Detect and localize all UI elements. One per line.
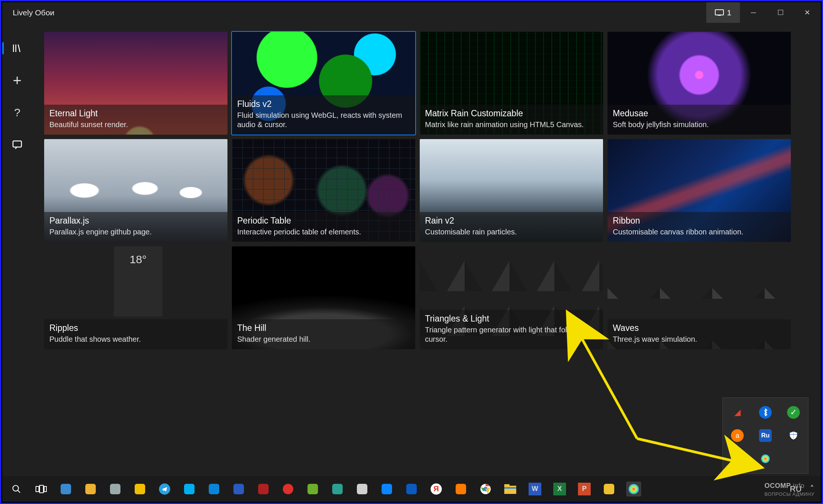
- tray-lively-icon[interactable]: [759, 452, 772, 465]
- taskbar-firefox-icon[interactable]: [453, 482, 468, 497]
- sidebar-help-icon[interactable]: ?: [10, 105, 25, 120]
- tray-aimp-icon[interactable]: ◢: [731, 406, 744, 419]
- taskbar-browser-o-icon[interactable]: [355, 482, 370, 497]
- taskbar-search-icon[interactable]: [9, 482, 24, 497]
- sidebar: + ?: [2, 23, 32, 476]
- tray-avast-icon[interactable]: a: [731, 429, 744, 442]
- display-selector[interactable]: 1: [706, 2, 740, 23]
- taskbar-firefox-dev-icon[interactable]: [379, 482, 394, 497]
- wallpaper-title: Ripples: [49, 323, 222, 333]
- wallpaper-desc: Three.js wave simulation.: [613, 335, 786, 344]
- wallpaper-desc: Fluid simulation using WebGL, reacts wit…: [237, 111, 410, 129]
- taskbar-lang-indicator[interactable]: RU: [790, 484, 802, 494]
- taskbar-telegram-icon[interactable]: [157, 482, 172, 497]
- title-bar: Lively Обои 1 ─ ☐ ✕: [2, 2, 821, 23]
- wallpaper-card[interactable]: Parallax.js Parallax.js engine github pa…: [44, 139, 227, 242]
- display-count: 1: [727, 8, 731, 17]
- wallpaper-desc: Soft body jellyfish simulation.: [613, 120, 786, 129]
- wallpaper-card[interactable]: Eternal Light Beautiful sunset render.: [44, 32, 227, 135]
- wallpaper-desc: Customisable canvas ribbon animation.: [613, 227, 786, 237]
- taskbar-explorer-icon[interactable]: [503, 482, 518, 497]
- wallpaper-caption: Parallax.js Parallax.js engine github pa…: [44, 212, 227, 242]
- close-button[interactable]: ✕: [794, 2, 821, 23]
- taskbar-potplayer-icon[interactable]: [132, 482, 147, 497]
- sidebar-library-icon[interactable]: [10, 41, 25, 56]
- wallpaper-title: Medusae: [613, 108, 786, 119]
- taskbar-app-green-icon[interactable]: [305, 482, 320, 497]
- wallpaper-card[interactable]: The Hill Shader generated hill.: [232, 246, 415, 349]
- taskbar-save-icon[interactable]: [231, 482, 246, 497]
- taskbar-settings-ring-icon[interactable]: [108, 482, 123, 497]
- tray-mobile-icon[interactable]: [731, 452, 744, 465]
- wallpaper-title: Matrix Rain Customizable: [425, 108, 598, 119]
- wallpaper-title: Fluids v2: [237, 99, 410, 109]
- wallpaper-title: Waves: [613, 323, 786, 333]
- taskbar-app-gold-icon[interactable]: [83, 482, 98, 497]
- svg-rect-8: [44, 486, 46, 492]
- tray-shield-ok-icon[interactable]: ✓: [787, 406, 800, 419]
- wallpaper-desc: Beautiful sunset render.: [49, 120, 222, 129]
- wallpaper-card[interactable]: Rain v2 Customisable rain particles.: [420, 139, 603, 242]
- wallpaper-caption: Ripples Puddle that shows weather.: [44, 319, 227, 349]
- taskbar-taskview-icon[interactable]: [34, 482, 49, 497]
- wallpaper-caption: Matrix Rain Customizable Matrix like rai…: [420, 105, 603, 135]
- app-title: Lively Обои: [13, 8, 54, 17]
- wallpaper-card[interactable]: Medusae Soft body jellyfish simulation.: [608, 32, 791, 135]
- wallpaper-title: Periodic Table: [237, 216, 410, 226]
- taskbar-excel-icon[interactable]: X: [552, 482, 567, 497]
- svg-rect-3: [735, 454, 740, 463]
- taskbar-opera-icon[interactable]: [281, 482, 296, 497]
- taskbar-filezilla-icon[interactable]: [256, 482, 271, 497]
- tray-ru-badge-icon[interactable]: Ru: [759, 429, 772, 442]
- taskbar-word-icon[interactable]: W: [527, 482, 542, 497]
- wallpaper-caption: Medusae Soft body jellyfish simulation.: [608, 105, 791, 135]
- svg-rect-2: [13, 141, 22, 147]
- taskbar-drive-doc-icon[interactable]: [602, 482, 617, 497]
- svg-rect-0: [715, 10, 723, 15]
- svg-rect-6: [36, 486, 39, 492]
- wallpaper-card[interactable]: Fluids v2 Fluid simulation using WebGL, …: [232, 32, 415, 135]
- taskbar-edge-icon[interactable]: [206, 482, 221, 497]
- svg-point-5: [13, 485, 18, 491]
- wallpaper-caption: Fluids v2 Fluid simulation using WebGL, …: [232, 95, 415, 135]
- wallpaper-caption: Periodic Table Interactive periodic tabl…: [232, 212, 415, 242]
- wallpaper-card[interactable]: Matrix Rain Customizable Matrix like rai…: [420, 32, 603, 135]
- wallpaper-title: Eternal Light: [49, 108, 222, 119]
- wallpaper-caption: Eternal Light Beautiful sunset render.: [44, 105, 227, 135]
- taskbar-yandex-icon[interactable]: Я: [429, 482, 444, 497]
- wallpaper-grid-area: Eternal Light Beautiful sunset render. F…: [32, 23, 821, 476]
- maximize-button[interactable]: ☐: [767, 2, 794, 23]
- wallpaper-title: Ribbon: [613, 216, 786, 226]
- taskbar-lively-icon[interactable]: [626, 482, 641, 497]
- wallpaper-card[interactable]: Waves Three.js wave simulation.: [608, 246, 791, 349]
- system-tray-popup[interactable]: ◢ ✓ a Ru: [722, 397, 808, 474]
- taskbar: ЯWXP RU ˄: [2, 476, 821, 502]
- wallpaper-caption: Ribbon Customisable canvas ribbon animat…: [608, 212, 791, 242]
- taskbar-skype-icon[interactable]: [182, 482, 197, 497]
- wallpaper-card[interactable]: Periodic Table Interactive periodic tabl…: [232, 139, 415, 242]
- tray-defender-icon[interactable]: [787, 429, 800, 442]
- taskbar-maxthon-icon[interactable]: [404, 482, 419, 497]
- wallpaper-desc: Puddle that shows weather.: [49, 335, 222, 344]
- window-buttons: 1 ─ ☐ ✕: [706, 2, 821, 23]
- minimize-button[interactable]: ─: [740, 2, 767, 23]
- taskbar-qbittorrent-icon[interactable]: [58, 482, 73, 497]
- wallpaper-desc: Shader generated hill.: [237, 335, 410, 344]
- sidebar-add-icon[interactable]: +: [10, 73, 25, 88]
- sidebar-feedback-icon[interactable]: [10, 137, 25, 152]
- taskbar-chrome-icon[interactable]: [478, 482, 493, 497]
- wallpaper-desc: Interactive periodic table of elements.: [237, 227, 410, 237]
- wallpaper-title: The Hill: [237, 323, 410, 333]
- svg-rect-1: [718, 15, 721, 16]
- taskbar-tray-chevron-icon[interactable]: ˄: [810, 484, 814, 494]
- wallpaper-title: Parallax.js: [49, 216, 222, 226]
- wallpaper-caption: Waves Three.js wave simulation.: [608, 319, 791, 349]
- taskbar-powerpoint-icon[interactable]: P: [577, 482, 592, 497]
- svg-rect-12: [504, 484, 510, 487]
- wallpaper-card[interactable]: Ripples Puddle that shows weather.: [44, 246, 227, 349]
- app-window: Lively Обои 1 ─ ☐ ✕ + ? Eternal Light Be…: [2, 2, 821, 476]
- taskbar-app-teal-icon[interactable]: [330, 482, 345, 497]
- wallpaper-card[interactable]: Triangles & Light Triangle pattern gener…: [420, 246, 603, 349]
- wallpaper-card[interactable]: Ribbon Customisable canvas ribbon animat…: [608, 139, 791, 242]
- tray-bluetooth-icon[interactable]: [759, 406, 772, 419]
